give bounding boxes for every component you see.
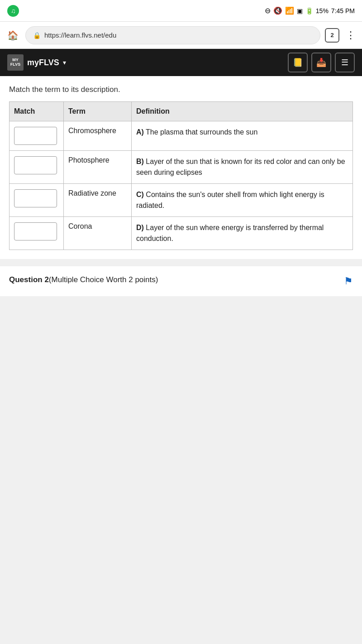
notebook-button[interactable]: 📒 bbox=[288, 53, 308, 72]
table-header-row: Match Term Definition bbox=[10, 102, 353, 121]
menu-button[interactable]: ⋮ bbox=[344, 28, 357, 43]
match-input-2[interactable] bbox=[14, 156, 57, 174]
match-cell-2 bbox=[10, 151, 64, 184]
table-row: Corona D) Layer of the sun where energy … bbox=[10, 217, 353, 250]
home-button[interactable]: 🏠 bbox=[5, 27, 21, 43]
term-cell-4: Corona bbox=[64, 217, 132, 250]
lock-icon: 🔒 bbox=[33, 32, 41, 39]
def-cell-3: C) Contains the sun's outer shell from w… bbox=[132, 184, 353, 217]
content-area: Match the term to its description. Match… bbox=[0, 76, 362, 305]
col-definition-header: Definition bbox=[132, 102, 353, 121]
wifi-icon: 📶 bbox=[285, 6, 294, 15]
def-cell-2: B) Layer of the sun that is known for it… bbox=[132, 151, 353, 184]
col-match-header: Match bbox=[10, 102, 64, 121]
nav-logo-text: myFLVS bbox=[27, 58, 59, 67]
status-left: ♫ bbox=[7, 5, 19, 17]
spotify-icon: ♫ bbox=[7, 5, 19, 17]
question2-label: Question 2 bbox=[9, 275, 49, 284]
def-cell-1: A) The plasma that surrounds the sun bbox=[132, 121, 353, 151]
table-row: Chromosphere A) The plasma that surround… bbox=[10, 121, 353, 151]
time-display: 7:45 PM bbox=[331, 7, 355, 14]
url-bar[interactable]: 🔒 https://learn.flvs.net/edu bbox=[25, 26, 320, 44]
term-cell-3: Radiative zone bbox=[64, 184, 132, 217]
question2-text: Question 2(Multiple Choice Worth 2 point… bbox=[9, 275, 338, 284]
browser-bar: 🏠 🔒 https://learn.flvs.net/edu 2 ⋮ bbox=[0, 22, 362, 49]
mute-icon: 🔇 bbox=[273, 6, 282, 15]
question2-card: Question 2(Multiple Choice Worth 2 point… bbox=[0, 266, 362, 296]
col-term-header: Term bbox=[64, 102, 132, 121]
url-text: https://learn.flvs.net/edu bbox=[44, 31, 313, 39]
match-cell-1 bbox=[10, 121, 64, 151]
match-input-1[interactable] bbox=[14, 127, 57, 145]
instruction-text: Match the term to its description. bbox=[9, 85, 353, 94]
match-cell-3 bbox=[10, 184, 64, 217]
minus-icon: ⊖ bbox=[265, 6, 271, 15]
term-cell-2: Photosphere bbox=[64, 151, 132, 184]
match-input-4[interactable] bbox=[14, 222, 57, 240]
table-row: Radiative zone C) Contains the sun's out… bbox=[10, 184, 353, 217]
battery-percent: 15% bbox=[316, 7, 329, 14]
match-input-3[interactable] bbox=[14, 189, 57, 207]
nav-bar: MYFLVS myFLVS ▾ 📒 📥 ☰ bbox=[0, 49, 362, 76]
question1-card: Match the term to its description. Match… bbox=[0, 76, 362, 259]
signal-icon: ▣ bbox=[297, 7, 303, 14]
status-bar: ♫ ⊖ 🔇 📶 ▣ 🔋 15% 7:45 PM bbox=[0, 0, 362, 22]
menu-hamburger-button[interactable]: ☰ bbox=[335, 53, 355, 72]
nav-logo[interactable]: MYFLVS myFLVS ▾ bbox=[7, 54, 66, 71]
match-table: Match Term Definition Chromosphere A) Th… bbox=[9, 101, 353, 250]
dropdown-arrow-icon[interactable]: ▾ bbox=[63, 59, 66, 66]
status-right: ⊖ 🔇 📶 ▣ 🔋 15% 7:45 PM bbox=[265, 6, 355, 15]
inbox-button[interactable]: 📥 bbox=[311, 53, 331, 72]
question2-meta: (Multiple Choice Worth 2 points) bbox=[49, 275, 158, 284]
flag-icon[interactable]: ⚑ bbox=[344, 275, 353, 287]
def-cell-4: D) Layer of the sun where energy is tran… bbox=[132, 217, 353, 250]
table-row: Photosphere B) Layer of the sun that is … bbox=[10, 151, 353, 184]
tab-count[interactable]: 2 bbox=[325, 28, 339, 43]
term-cell-1: Chromosphere bbox=[64, 121, 132, 151]
battery-icon: 🔋 bbox=[305, 7, 313, 14]
match-cell-4 bbox=[10, 217, 64, 250]
nav-icons: 📒 📥 ☰ bbox=[288, 53, 355, 72]
flvs-logo-icon: MYFLVS bbox=[7, 54, 24, 71]
